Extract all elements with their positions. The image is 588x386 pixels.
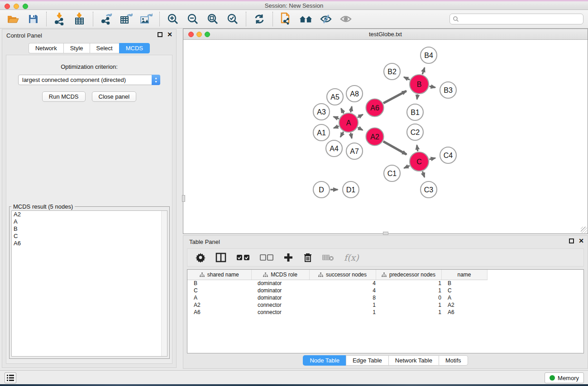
zoom-out-icon[interactable] (186, 12, 200, 26)
add-icon[interactable] (283, 253, 293, 262)
open-file-icon[interactable] (6, 12, 20, 26)
graph-node-D1[interactable]: D1 (343, 181, 359, 198)
graph-node-A1[interactable]: A1 (313, 124, 330, 141)
table-cell[interactable]: 1 (309, 301, 376, 309)
graph-edge-A-A8[interactable] (351, 106, 352, 112)
mcds-result-item[interactable]: C (12, 233, 167, 240)
import-table-icon[interactable] (73, 12, 86, 26)
checked-boxes-icon[interactable] (236, 254, 250, 261)
graph-node-A7[interactable]: A7 (346, 143, 363, 159)
export-network-icon[interactable] (100, 12, 113, 26)
graph-node-C4[interactable]: C4 (440, 147, 456, 163)
network-window-titlebar[interactable]: testGlobe.txt (183, 29, 588, 40)
frame-resize-handle-left[interactable] (182, 195, 185, 202)
gear-icon[interactable] (196, 253, 206, 262)
import-network-icon[interactable] (53, 12, 67, 26)
graph-node-A6[interactable]: A6 (366, 99, 384, 117)
home-icon[interactable] (299, 12, 313, 26)
table-row[interactable]: A6connector11A6 (187, 309, 487, 316)
tab-network-table[interactable]: Network Table (388, 355, 439, 366)
close-table-panel-icon[interactable]: ✕ (578, 238, 584, 243)
graph-node-B3[interactable]: B3 (440, 82, 456, 98)
table-cell[interactable]: B (187, 280, 251, 287)
network-file-icon[interactable] (279, 12, 293, 26)
graph-node-A3[interactable]: A3 (313, 104, 330, 120)
mcds-result-item[interactable]: A6 (12, 240, 167, 247)
export-image-icon[interactable] (139, 12, 153, 26)
table-cell[interactable]: A6 (441, 309, 487, 316)
tab-edge-table[interactable]: Edge Table (346, 355, 388, 366)
graph-node-A5[interactable]: A5 (327, 89, 343, 105)
function-icon[interactable]: f(x) (344, 253, 359, 262)
zoom-selected-icon[interactable] (226, 12, 239, 26)
show-eye-icon[interactable] (339, 12, 353, 26)
table-cell[interactable]: 4 (309, 280, 376, 287)
column-header-predecessor-nodes[interactable]: predecessor nodes (376, 270, 441, 280)
graph-edge-B-B4[interactable] (422, 68, 425, 75)
frame-resize-handle-bottom[interactable] (383, 232, 388, 235)
search-input[interactable] (459, 16, 583, 22)
hide-eye-icon[interactable] (319, 12, 333, 26)
table-cell[interactable]: C (441, 287, 487, 294)
table-cell[interactable]: 4 (309, 287, 376, 294)
float-panel-icon[interactable] (158, 32, 163, 37)
graph-edge-A-A1[interactable] (334, 126, 339, 128)
trash-icon[interactable] (303, 253, 312, 262)
memory-button[interactable]: Memory (545, 372, 584, 383)
graph-edge-A-A3[interactable] (334, 117, 339, 119)
table-cell[interactable]: 0 (376, 294, 441, 301)
delete-table-icon[interactable] (322, 253, 334, 262)
graph-node-B2[interactable]: B2 (384, 63, 400, 80)
graph-edge-C-C4[interactable] (429, 158, 435, 159)
table-cell[interactable]: dominator (251, 287, 309, 294)
columns-icon[interactable] (215, 253, 226, 262)
table-cell[interactable]: A2 (187, 301, 251, 309)
graph-edge-C-C2[interactable] (417, 145, 418, 151)
table-cell[interactable]: B (441, 280, 487, 287)
close-panel-button[interactable]: Close panel (92, 91, 137, 102)
table-cell[interactable]: dominator (251, 280, 309, 287)
mcds-result-item[interactable]: B (12, 225, 167, 233)
graph-edge-A2-C[interactable] (383, 142, 406, 155)
zoom-in-icon[interactable] (166, 12, 180, 26)
tab-style[interactable]: Style (63, 43, 90, 53)
graph-node-A8[interactable]: A8 (346, 86, 363, 102)
graph-node-A[interactable]: A (339, 113, 358, 132)
graph-edge-A6-B[interactable] (383, 91, 406, 103)
graph-node-A4[interactable]: A4 (326, 140, 342, 157)
table-cell[interactable]: A6 (187, 309, 251, 316)
table-row[interactable]: A2connector11A2 (187, 301, 487, 309)
tab-motifs[interactable]: Motifs (439, 355, 468, 366)
search-box[interactable] (449, 14, 583, 24)
mcds-result-item[interactable]: A2 (12, 211, 167, 218)
float-table-panel-icon[interactable] (569, 238, 574, 243)
task-history-button[interactable] (5, 372, 16, 383)
export-table-icon[interactable] (120, 12, 133, 26)
unchecked-boxes-icon[interactable] (260, 254, 273, 261)
column-header-successor-nodes[interactable]: successor nodes (309, 270, 376, 280)
graph-edge-C-C3[interactable] (422, 172, 424, 177)
graph-edge-C-C1[interactable] (404, 166, 410, 168)
network-canvas[interactable]: B4B2BB3A8A5A6A3B1AC2A1A2A4A7C4CC1C3DD1 (183, 40, 588, 234)
graph-node-C2[interactable]: C2 (407, 124, 423, 140)
graph-node-A2[interactable]: A2 (366, 128, 384, 146)
table-cell[interactable]: 1 (376, 287, 441, 294)
table-cell[interactable]: dominator (251, 294, 309, 301)
graph-edge-A-A4[interactable] (340, 132, 344, 137)
graph-node-B1[interactable]: B1 (407, 104, 423, 120)
scrollbar-track[interactable] (161, 211, 167, 356)
graph-edge-A-A2[interactable] (358, 128, 363, 130)
graph-edge-A-A6[interactable] (358, 114, 363, 118)
graph-edge-B-B2[interactable] (404, 77, 410, 80)
table-cell[interactable]: 1 (376, 280, 441, 287)
column-header-mcds-role[interactable]: MCDS role (251, 270, 309, 280)
node-table-area[interactable]: shared name MCDS role successor nodes pr… (187, 269, 584, 353)
graph-edge-A-A5[interactable] (341, 109, 344, 114)
table-cell[interactable]: 1 (309, 309, 376, 316)
graph-edge-A-A7[interactable] (351, 133, 352, 138)
column-header-shared-name[interactable]: shared name (187, 270, 251, 280)
graph-node-C3[interactable]: C3 (421, 181, 437, 198)
tab-network[interactable]: Network (29, 43, 63, 53)
table-row[interactable]: Adominator80A (187, 294, 487, 301)
save-session-icon[interactable] (26, 12, 40, 26)
